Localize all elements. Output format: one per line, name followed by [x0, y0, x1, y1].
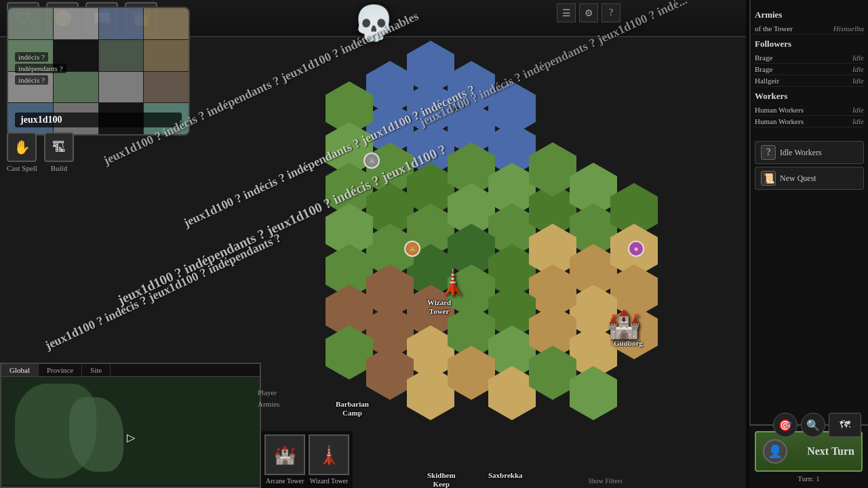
hex-grid[interactable] [292, 41, 685, 474]
new-quest-label: New Quest [780, 174, 816, 184]
arcane-tower-icon: 🏰 [264, 434, 305, 475]
worker-row-2[interactable]: Human Workers Idle [755, 116, 864, 127]
worker-name-2: Human Workers [755, 117, 804, 125]
hex-land[interactable] [326, 325, 373, 380]
unit-token[interactable]: ⚔ [363, 152, 380, 169]
wizard-tower-building-label: Wizard Tower [310, 477, 349, 485]
unit-token-3[interactable]: ● [628, 241, 644, 257]
workers-section-title: Workers [755, 91, 864, 102]
next-turn-label: Next Turn [807, 445, 854, 458]
target-icon[interactable]: 🎯 [773, 413, 797, 437]
minimap-land-2 [69, 397, 123, 472]
wizard-tower-icon[interactable]: 🗼 [437, 268, 468, 296]
hex-desert[interactable] [448, 346, 495, 400]
settings-icon[interactable]: ⚙ [579, 3, 598, 22]
idle-workers-button[interactable]: ? Idle Workers [755, 141, 864, 164]
zoom-icon[interactable]: 🔍 [801, 413, 825, 437]
minimap-area: Global Province Site ▷ [0, 363, 261, 488]
minimap-cursor: ▷ [127, 431, 140, 445]
build-icon: 🏗 [44, 132, 74, 162]
player-name: jeux1d100 [15, 113, 182, 127]
player-info3: indécis ? [15, 75, 48, 85]
follower-name-2: Brage [755, 65, 772, 73]
show-filters-label: Show Filters [588, 477, 623, 485]
question-icon: ? [761, 145, 776, 160]
hand-icon: ✋ [7, 132, 37, 162]
minimap-tabs: Global Province Site [1, 364, 260, 377]
hex-desert[interactable] [488, 366, 536, 420]
menu-icon[interactable]: ☰ [557, 3, 576, 22]
action-buttons: ✋ Cast Spell 🏗 Build [7, 132, 74, 172]
cast-spell-label: Cast Spell [7, 164, 37, 172]
minimap-content[interactable]: ▷ [1, 377, 260, 485]
turn-counter: Turn: 1 [755, 474, 863, 483]
player-info2: indépendants ? [15, 64, 66, 73]
unit-token-2[interactable]: ⚔ [404, 241, 420, 257]
worker-status-2: Idle [852, 117, 864, 125]
arcane-tower-label: Arcane Tower [266, 477, 304, 485]
followers-section-title: Followers [755, 39, 864, 49]
watermark-4: jeux1d100 ? indécis ? jeux1d100 ? indépe… [43, 230, 283, 352]
minimap-tab-province[interactable]: Province [39, 364, 82, 376]
scroll-icon: 📜 [761, 171, 776, 186]
army-name: of the Tower [755, 24, 793, 33]
bottom-buildings: 🏰 Arcane Tower 🗼 Wizard Tower [261, 431, 353, 488]
army-row-1[interactable]: of the Tower Hisnuelba [755, 23, 864, 35]
wizard-tower-card[interactable]: 🗼 Wizard Tower [309, 434, 349, 485]
next-turn-button[interactable]: 👤 Next Turn [755, 431, 863, 472]
worker-name-1: Human Workers [755, 106, 804, 114]
wizard-tower-building-icon: 🗼 [309, 434, 349, 475]
follower-row-1[interactable]: Brage Idle [755, 52, 864, 64]
cast-spell-button[interactable]: ✋ Cast Spell [7, 132, 37, 172]
follower-status-1: Idle [852, 54, 864, 62]
player-panel: jeux1d100 indécis ? indépendants ? indéc… [7, 7, 190, 136]
next-turn-avatar: 👤 [763, 439, 787, 464]
arcane-tower-card[interactable]: 🏰 Arcane Tower [264, 434, 305, 485]
hex-land[interactable] [529, 346, 576, 400]
worker-status-1: Idle [852, 106, 864, 114]
minimap-toggle-icon[interactable]: 🗺 [829, 413, 861, 437]
top-right-icons: ☰ ⚙ ? [557, 3, 620, 22]
build-label: Build [51, 164, 67, 172]
hex-desert[interactable] [407, 366, 454, 420]
follower-row-2[interactable]: Brage Idle [755, 64, 864, 75]
hex-land[interactable] [570, 366, 617, 420]
map-area[interactable]: 🛡 🪙 📖 👑 💀 ☰ ⚙ ? jeux1 [0, 0, 746, 488]
follower-status-2: Idle [852, 65, 864, 73]
build-button[interactable]: 🏗 Build [44, 132, 74, 172]
new-quest-button[interactable]: 📜 New Quest [755, 167, 864, 190]
hex-land[interactable] [529, 142, 576, 197]
minimap-tab-global[interactable]: Global [1, 364, 39, 376]
player-info1: indécis ? [15, 52, 48, 62]
armies-label: Armies [258, 400, 279, 408]
follower-name-1: Brage [755, 54, 772, 62]
bottom-right-icons: 🎯 🔍 🗺 [773, 413, 861, 437]
help-icon[interactable]: ? [601, 3, 620, 22]
worker-row-1[interactable]: Human Workers Idle [755, 104, 864, 116]
minimap-tab-site[interactable]: Site [82, 364, 111, 376]
army-location: Hisnuelba [833, 24, 864, 33]
idle-workers-label: Idle Workers [780, 148, 822, 158]
follower-name-3: Hallgeir [755, 77, 779, 85]
gudborg-castle-icon[interactable]: 🏰 [607, 308, 641, 340]
skull-emblem: 💀 [353, 3, 395, 43]
armies-section-title: Armies [755, 9, 864, 20]
player-label: Player [258, 388, 277, 396]
follower-row-3[interactable]: Hallgeir Idle [755, 75, 864, 87]
hex-settlement[interactable] [366, 346, 414, 400]
follower-status-3: Idle [852, 77, 864, 85]
